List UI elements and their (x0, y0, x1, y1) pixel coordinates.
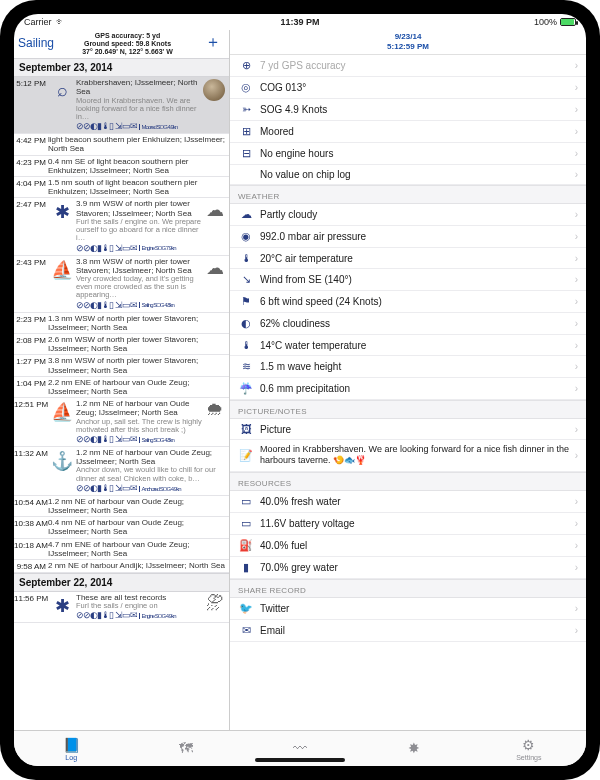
entry-location: 2.6 nm WSW of north pier tower Stavoren;… (48, 335, 227, 353)
entry-time: 1:27 PM (14, 356, 48, 374)
log-entry[interactable]: 2:23 PM1.3 nm WSW of north pier tower St… (14, 313, 229, 334)
row-icon: ⊕ (238, 59, 254, 72)
section-header: RESOURCES (230, 472, 586, 491)
chevron-right-icon: › (575, 625, 578, 636)
detail-row[interactable]: ≋1.5 m wave height› (230, 356, 586, 378)
detail-row[interactable]: ✉Email› (230, 620, 586, 642)
row-text: Twitter (260, 603, 575, 614)
detail-row[interactable]: ◉992.0 mbar air pressure› (230, 226, 586, 248)
row-icon: ⊞ (238, 125, 254, 138)
log-entry[interactable]: 10:54 AM1.2 nm NE of harbour van Oude Ze… (14, 496, 229, 517)
log-entry[interactable]: 4:42 PMlight beacon southern pier Enkhui… (14, 134, 229, 155)
entry-time: 2:47 PM (14, 199, 48, 253)
entry-location: 0.4 nm SE of light beacon southern pier … (48, 157, 227, 175)
log-entry[interactable]: 4:04 PM1.5 nm south of light beacon sout… (14, 177, 229, 198)
chevron-right-icon: › (575, 361, 578, 372)
log-entry[interactable]: 11:32 AM⚓1.2 nm NE of harbour van Oude Z… (14, 447, 229, 496)
entry-time: 11:56 PM (14, 593, 48, 621)
add-button[interactable]: ＋ (201, 32, 225, 53)
tab-icon: ✸ (408, 740, 420, 756)
detail-row[interactable]: ↘Wind from SE (140°)› (230, 269, 586, 291)
row-text: Moored in Krabbershaven. We are looking … (260, 444, 575, 467)
detail-row[interactable]: ▭11.6V battery voltage› (230, 513, 586, 535)
gps-summary: GPS accuracy: 5 yd Ground speed: 59.8 Kn… (54, 32, 201, 56)
row-text: 20°C air temperature (260, 253, 575, 264)
detail-row[interactable]: No value on chip log› (230, 165, 586, 185)
row-text: No value on chip log (260, 169, 575, 180)
detail-row[interactable]: ▮70.0% grey water› (230, 557, 586, 579)
log-entry[interactable]: 11:56 PM✱These are all test recordsFurl … (14, 592, 229, 623)
entry-icon-strip: ⊘⊘◐▮🌡▯ ⇲▭✉Sailing SOG 4.8kn (76, 434, 203, 445)
row-text: COG 013° (260, 82, 575, 93)
clock: 11:39 PM (208, 17, 392, 27)
date-header: September 22, 2014 (14, 573, 229, 592)
chevron-right-icon: › (575, 603, 578, 614)
log-entry[interactable]: 12:51 PM⛵1.2 nm NE of harbour van Oude Z… (14, 398, 229, 447)
wifi-icon: ᯤ (56, 17, 65, 27)
tab-icon: 📘 (63, 737, 80, 753)
tab-item[interactable]: 🗺 (128, 731, 242, 766)
log-list-pane: Sailing GPS accuracy: 5 yd Ground speed:… (14, 30, 230, 730)
entry-location: light beacon southern pier Enkhuizen; IJ… (48, 135, 227, 153)
row-text: 70.0% grey water (260, 562, 575, 573)
log-entry[interactable]: 10:18 AM4.7 nm ENE of harbour van Oude Z… (14, 539, 229, 560)
tab-log[interactable]: 📘Log (14, 731, 128, 766)
entry-location: 3.9 nm WSW of north pier tower Stavoren;… (76, 199, 203, 217)
log-entry[interactable]: 4:23 PM0.4 nm SE of light beacon souther… (14, 156, 229, 177)
row-text: 6 bft wind speed (24 Knots) (260, 296, 575, 307)
detail-row[interactable]: ⊟No engine hours› (230, 143, 586, 165)
log-entry[interactable]: 1:27 PM3.8 nm WSW of north pier tower St… (14, 355, 229, 376)
detail-row[interactable]: ☁Partly cloudy› (230, 204, 586, 226)
entry-icon-strip: ⊘⊘◐▮🌡▯ ⇲▭✉Sailing SOG 4.8kn (76, 300, 203, 311)
detail-row[interactable]: 📝Moored in Krabbershaven. We are looking… (230, 440, 586, 472)
entry-time: 12:51 PM (14, 399, 48, 445)
detail-row[interactable]: ◎COG 013°› (230, 77, 586, 99)
row-icon: ▮ (238, 561, 254, 574)
log-entry[interactable]: 2:47 PM✱3.9 nm WSW of north pier tower S… (14, 198, 229, 255)
chevron-right-icon: › (575, 148, 578, 159)
chevron-right-icon: › (575, 518, 578, 529)
row-icon: ▭ (238, 517, 254, 530)
tab-item[interactable]: ✸ (357, 731, 471, 766)
row-icon: ☁ (238, 208, 254, 221)
detail-row[interactable]: ⚑6 bft wind speed (24 Knots)› (230, 291, 586, 313)
detail-row[interactable]: ☔0.6 mm precipitation› (230, 378, 586, 400)
detail-row[interactable]: ⊞Moored› (230, 121, 586, 143)
section-header: WEATHER (230, 185, 586, 204)
detail-row[interactable]: ⛽40.0% fuel› (230, 535, 586, 557)
log-entry[interactable]: 2:08 PM2.6 nm WSW of north pier tower St… (14, 334, 229, 355)
detail-row[interactable]: 🐦Twitter› (230, 598, 586, 620)
entry-time: 9:58 AM (14, 561, 48, 571)
entry-type-icon: ✱ (48, 199, 76, 253)
tab-label: Log (65, 754, 77, 761)
entry-location: 3.8 nm WSW of north pier tower Stavoren;… (48, 356, 227, 374)
detail-row[interactable]: 🌡20°C air temperature› (230, 248, 586, 269)
tab-settings[interactable]: ⚙Settings (472, 731, 586, 766)
row-text: Picture (260, 424, 575, 435)
row-icon: ⚑ (238, 295, 254, 308)
detail-pane: 9/23/14 5:12:59 PM ⊕7 yd GPS accuracy›◎C… (230, 30, 586, 730)
detail-row[interactable]: ◐62% cloudiness› (230, 313, 586, 335)
chevron-right-icon: › (575, 169, 578, 180)
home-indicator (255, 758, 345, 762)
log-entry[interactable]: 9:58 AM2 nm NE of harbour Andijk; IJssel… (14, 560, 229, 573)
back-title[interactable]: Sailing (18, 32, 54, 50)
chevron-right-icon: › (575, 82, 578, 93)
log-entry[interactable]: 10:38 AM0.4 nm NE of harbour van Oude Ze… (14, 517, 229, 538)
detail-row[interactable]: ▭40.0% fresh water› (230, 491, 586, 513)
weather-icon: ⛈ (203, 593, 227, 621)
detail-row[interactable]: ➳SOG 4.9 Knots› (230, 99, 586, 121)
detail-row[interactable]: ⊕7 yd GPS accuracy› (230, 55, 586, 77)
detail-row[interactable]: 🖼Picture› (230, 419, 586, 440)
log-entry[interactable]: 1:04 PM2.2 nm ENE of harbour van Oude Ze… (14, 377, 229, 398)
row-text: 14°C water temperature (260, 340, 575, 351)
entry-note: Furl the sails / engine on (76, 602, 203, 610)
entry-type-icon: ⌕ (48, 78, 76, 132)
row-icon: ◉ (238, 230, 254, 243)
log-entry[interactable]: 5:12 PM⌕Krabbershaven; IJsselmeer; North… (14, 77, 229, 134)
detail-row[interactable]: 🌡14°C water temperature› (230, 335, 586, 356)
row-text: Partly cloudy (260, 209, 575, 220)
log-entry[interactable]: 2:43 PM⛵3.8 nm WSW of north pier tower S… (14, 256, 229, 313)
row-icon: ➳ (238, 103, 254, 116)
chevron-right-icon: › (575, 126, 578, 137)
